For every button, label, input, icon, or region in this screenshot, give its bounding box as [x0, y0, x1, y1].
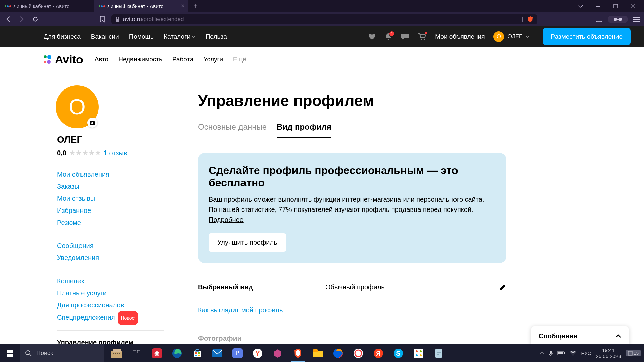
taskbar-notepad-icon[interactable]	[429, 344, 448, 362]
reviews-link[interactable]: 1 отзыв	[104, 149, 127, 157]
sidebar-item-paid-services[interactable]: Платные услуги	[57, 287, 164, 299]
category-more[interactable]: Ещё	[233, 56, 246, 63]
svg-rect-23	[119, 353, 120, 354]
taskbar-app-icon[interactable]	[409, 344, 428, 362]
taskbar-app-p-icon[interactable]: P	[228, 344, 247, 362]
svg-rect-31	[198, 352, 200, 354]
sidebar-item-messages[interactable]: Сообщения	[57, 240, 164, 252]
maximize-button[interactable]	[608, 1, 623, 12]
tray-mic-icon[interactable]	[549, 350, 553, 356]
taskbar-store-icon[interactable]	[188, 344, 207, 362]
svg-point-11	[421, 39, 422, 40]
start-button[interactable]	[0, 344, 20, 362]
svg-rect-39	[313, 349, 318, 352]
improve-profile-button[interactable]: Улучшить профиль	[209, 233, 286, 252]
sidebar-item-for-pros[interactable]: Для профессионалов	[57, 299, 164, 311]
header-link-catalogs[interactable]: Каталоги	[164, 33, 196, 40]
svg-rect-3	[596, 17, 602, 22]
tray-notifications[interactable]: 15	[626, 350, 641, 356]
category-services[interactable]: Услуги	[204, 56, 223, 63]
svg-rect-0	[596, 6, 600, 7]
svg-rect-47	[414, 349, 423, 358]
cart-icon[interactable]	[418, 33, 426, 41]
taskbar-yandex-red-icon[interactable]: Я	[369, 344, 388, 362]
sidebar-item-my-ads[interactable]: Мои объявления	[57, 168, 164, 180]
svg-rect-22	[117, 353, 118, 354]
svg-marker-37	[274, 349, 281, 358]
close-window-button[interactable]	[625, 1, 641, 12]
reload-button[interactable]	[31, 16, 40, 23]
messages-widget[interactable]: Сообщения	[531, 326, 629, 345]
taskbar-search[interactable]: Поиск	[20, 344, 104, 362]
taskbar-yandex-icon[interactable]: Y	[248, 344, 267, 362]
taskbar-app-icon[interactable]: ◉	[148, 344, 166, 362]
sidebar-item-my-reviews[interactable]: Мои отзывы	[57, 192, 164, 204]
forward-button[interactable]	[17, 16, 26, 22]
browser-tab[interactable]: Личный кабинет - Авито	[0, 0, 94, 12]
svg-rect-33	[198, 355, 200, 356]
tab-main-data[interactable]: Основные данные	[198, 122, 267, 138]
chevron-up-icon	[615, 334, 621, 338]
back-button[interactable]	[4, 16, 13, 22]
taskbar-app-icon[interactable]	[268, 344, 287, 362]
minimize-button[interactable]	[590, 1, 606, 12]
close-tab-icon[interactable]: ×	[181, 3, 184, 10]
header-link-help[interactable]: Помощь	[129, 33, 154, 40]
tray-language[interactable]: РУС	[581, 350, 591, 356]
tray-chevron-icon[interactable]	[540, 352, 544, 355]
sidebar-item-wallet[interactable]: Кошелёк	[57, 275, 164, 287]
sidebar-item-orders[interactable]: Заказы	[57, 180, 164, 192]
svg-point-5	[614, 18, 617, 21]
avito-logo[interactable]: Avito	[44, 53, 83, 66]
url-input[interactable]: avito.ru/profile/extended |	[111, 14, 537, 24]
tray-wifi-icon[interactable]	[570, 351, 576, 356]
chevron-down-icon[interactable]	[573, 1, 588, 12]
taskbar-vivaldi-icon[interactable]	[349, 344, 368, 362]
taskbar-building-icon[interactable]	[107, 344, 126, 362]
svg-point-12	[424, 39, 425, 40]
user-menu[interactable]: О ОЛЕГ	[493, 31, 529, 42]
sidebar-toggle-icon[interactable]	[596, 17, 602, 22]
avatar-wrapper[interactable]: О	[56, 85, 99, 128]
taskbar-explorer-icon[interactable]	[309, 344, 327, 362]
how-profile-looks-link[interactable]: Как выглядит мой профиль	[198, 306, 506, 314]
promo-more-link[interactable]: Подробнее	[209, 216, 244, 223]
logo-dots-icon	[44, 55, 53, 64]
header-link-vacancies[interactable]: Вакансии	[91, 33, 119, 40]
brave-shield-icon[interactable]	[527, 16, 533, 23]
header-my-ads-link[interactable]: Мои объявления	[435, 33, 485, 40]
camera-icon[interactable]	[87, 118, 97, 128]
pencil-icon[interactable]	[499, 284, 506, 291]
svg-rect-20	[113, 353, 114, 354]
browser-tab-active[interactable]: Личный кабинет - Авито ×	[94, 0, 188, 12]
category-work[interactable]: Работа	[172, 56, 194, 63]
taskbar-mail-icon[interactable]	[208, 344, 227, 362]
tray-clock[interactable]: 19:41 26.06.2023	[596, 347, 621, 359]
category-realty[interactable]: Недвижимость	[118, 56, 162, 63]
chevron-down-icon	[192, 36, 196, 38]
tab-profile-view[interactable]: Вид профиля	[277, 122, 331, 138]
bookmark-icon[interactable]	[98, 16, 107, 23]
system-tray: РУС 19:41 26.06.2023 15	[540, 347, 644, 359]
taskbar-brave-icon[interactable]	[288, 344, 307, 362]
new-tab-button[interactable]: +	[188, 2, 203, 10]
private-mode-icon[interactable]	[608, 16, 628, 23]
post-ad-button[interactable]: Разместить объявление	[543, 28, 631, 45]
sidebar-item-resume[interactable]: Резюме	[57, 217, 164, 229]
taskbar-firefox-icon[interactable]	[329, 344, 347, 362]
sidebar-item-offers[interactable]: СпецпредложенияНовое	[57, 311, 164, 325]
bell-icon[interactable]: 1	[385, 33, 392, 41]
sidebar-item-favorites[interactable]: Избранное	[57, 204, 164, 217]
category-auto[interactable]: Авто	[95, 56, 108, 63]
header-link-business[interactable]: Для бизнеса	[44, 33, 81, 40]
heart-icon[interactable]	[368, 33, 376, 40]
taskbar-skype-icon[interactable]: S	[389, 344, 408, 362]
taskbar-taskview-icon[interactable]	[127, 344, 146, 362]
tray-battery-icon[interactable]	[557, 351, 565, 355]
sidebar-item-notifications[interactable]: Уведомления	[57, 252, 164, 264]
taskbar-edge-icon[interactable]	[168, 344, 186, 362]
header-link-benefit[interactable]: Польза	[206, 33, 227, 40]
svg-rect-52	[435, 349, 442, 358]
menu-icon[interactable]	[633, 17, 640, 22]
chat-icon[interactable]	[401, 33, 409, 40]
